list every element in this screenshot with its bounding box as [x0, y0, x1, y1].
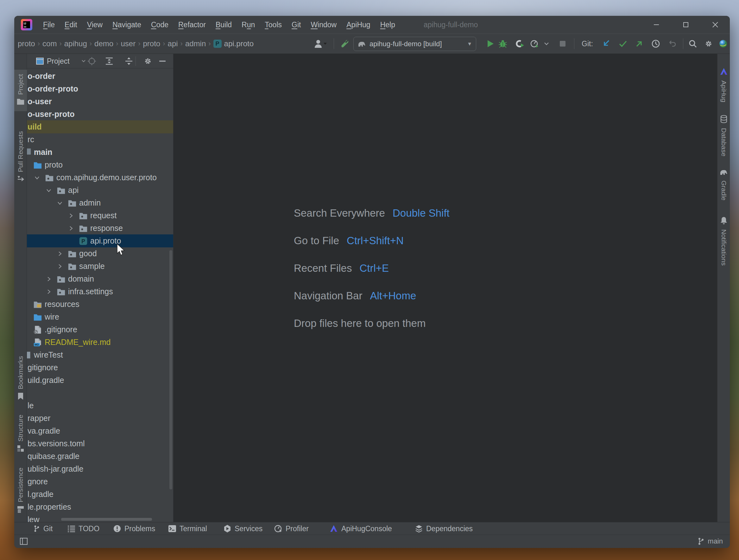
chevron-right-icon[interactable] — [57, 251, 63, 257]
tree-row[interactable]: api — [27, 184, 173, 197]
tool-window-button-apihugconsole[interactable]: ApiHugConsole — [329, 522, 392, 535]
tree-row[interactable]: rc — [27, 133, 173, 146]
expand-all-icon[interactable] — [105, 54, 114, 68]
profiler-dropdown[interactable] — [544, 34, 549, 53]
tree-row[interactable]: sample — [27, 260, 173, 273]
tree-row[interactable]: uild.gradle — [27, 374, 173, 387]
breadcrumb-item[interactable]: apihug — [62, 39, 89, 48]
build-project-button[interactable] — [339, 34, 349, 53]
tree-row[interactable]: request — [27, 209, 173, 222]
tree-row[interactable]: main — [27, 146, 173, 159]
tree-row[interactable]: bs.versions.toml — [27, 437, 173, 450]
tree-row[interactable]: response — [27, 222, 173, 235]
sidebar-tab-structure[interactable]: Structure — [14, 410, 27, 459]
tool-window-button-problems[interactable]: Problems — [113, 522, 155, 535]
chevron-down-icon[interactable] — [34, 175, 40, 180]
user-dropdown-button[interactable] — [313, 34, 327, 53]
git-update-button[interactable] — [602, 34, 611, 53]
run-button[interactable] — [485, 34, 495, 53]
menu-refactor[interactable]: Refactor — [178, 21, 206, 29]
git-history-button[interactable] — [651, 34, 660, 53]
run-with-coverage-button[interactable] — [514, 34, 525, 53]
tree-row[interactable]: domain — [27, 272, 173, 285]
tree-row[interactable]: o-order — [27, 70, 173, 83]
tree-row[interactable]: wireTest — [27, 348, 173, 362]
chevron-right-icon[interactable] — [68, 213, 74, 219]
plugin-sphere-button[interactable] — [718, 34, 728, 53]
profiler-button[interactable] — [530, 34, 539, 53]
sidebar-tab-persistence[interactable]: Persistence — [14, 463, 27, 520]
menu-apihug[interactable]: ApiHug — [346, 21, 370, 29]
search-everywhere-button[interactable] — [688, 34, 698, 53]
menu-view[interactable]: View — [87, 21, 103, 29]
vertical-scrollbar[interactable] — [169, 250, 172, 489]
breadcrumb-item[interactable]: demo — [93, 39, 115, 48]
tree-row[interactable]: resources — [27, 298, 173, 311]
sidebar-tab-project[interactable]: Project — [14, 70, 27, 111]
tree-row[interactable]: le.properties — [27, 501, 173, 514]
menu-git[interactable]: Git — [292, 21, 301, 29]
tree-row[interactable]: o-user-proto — [27, 108, 173, 121]
tree-row[interactable]: MDREADME_wire.md — [27, 336, 173, 349]
menu-build[interactable]: Build — [215, 21, 232, 29]
run-configuration-select[interactable]: apihug-full-demo [build] ▼ — [353, 37, 476, 51]
git-push-button[interactable] — [635, 34, 644, 53]
tree-row[interactable]: o-user — [27, 95, 173, 108]
horizontal-scrollbar[interactable] — [61, 518, 152, 521]
sidebar-tab-pull-requests[interactable]: Pull Requests — [14, 127, 27, 189]
settings-button[interactable] — [704, 34, 713, 53]
locate-icon[interactable] — [87, 54, 97, 68]
git-commit-button[interactable] — [618, 34, 627, 53]
collapse-all-icon[interactable] — [124, 54, 134, 68]
tool-window-button-git[interactable]: Git — [33, 522, 52, 535]
sidebar-tab-apihug[interactable]: ApiHug — [718, 63, 730, 106]
tree-row[interactable]: o-order-proto — [27, 82, 173, 95]
tree-row[interactable]: quibase.gradle — [27, 450, 173, 463]
tree-row[interactable]: uild — [27, 120, 173, 133]
tree-row[interactable]: proto — [27, 158, 173, 171]
tree-row[interactable]: gitignore — [27, 361, 173, 374]
breadcrumb-item[interactable]: proto — [16, 39, 37, 48]
menu-window[interactable]: Window — [311, 21, 336, 29]
tree-row[interactable]: le — [27, 399, 173, 412]
tree-row[interactable]: admin — [27, 196, 173, 209]
sidebar-tab-database[interactable]: Database — [718, 111, 730, 160]
tool-window-button-terminal[interactable]: Terminal — [168, 522, 207, 535]
breadcrumb-item[interactable]: com — [40, 39, 58, 48]
chevron-right-icon[interactable] — [57, 264, 63, 269]
chevron-right-icon[interactable] — [68, 226, 74, 231]
maximize-button[interactable] — [671, 16, 700, 33]
tree-row[interactable]: ublish-jar.gradle — [27, 462, 173, 475]
close-button[interactable] — [700, 16, 730, 33]
tree-row[interactable]: infra.settings — [27, 285, 173, 298]
tree-row[interactable]: wire — [27, 310, 173, 323]
tree-row[interactable]: gnore — [27, 475, 173, 488]
sidebar-tab-gradle[interactable]: Gradle — [718, 165, 730, 204]
tree-row[interactable]: Papi.proto — [27, 234, 173, 247]
tree-row[interactable]: .gitignore — [27, 323, 173, 336]
tool-window-button-profiler[interactable]: Profiler — [274, 522, 309, 535]
tree-row[interactable]: good — [27, 247, 173, 260]
breadcrumb-item[interactable]: api — [166, 39, 180, 48]
menu-code[interactable]: Code — [151, 21, 168, 29]
chevron-right-icon[interactable] — [46, 289, 51, 295]
breadcrumb-item[interactable]: user — [119, 39, 137, 48]
git-branch-widget[interactable]: main — [697, 535, 723, 548]
hide-panel-icon[interactable] — [158, 54, 167, 68]
menu-navigate[interactable]: Navigate — [112, 21, 141, 29]
minimize-button[interactable] — [641, 16, 671, 33]
sidebar-tab-notifications[interactable]: Notifications — [718, 212, 730, 269]
tree-row[interactable]: va.gradle — [27, 424, 173, 437]
project-panel-title[interactable]: Project — [47, 54, 70, 68]
menu-help[interactable]: Help — [380, 21, 395, 29]
editor-area[interactable]: Search EverywhereDouble ShiftGo to FileC… — [173, 54, 717, 522]
menu-run[interactable]: Run — [242, 21, 255, 29]
layout-widget-button[interactable] — [19, 535, 28, 548]
menu-file[interactable]: File — [43, 21, 55, 29]
chevron-right-icon[interactable] — [46, 276, 51, 282]
breadcrumb-file[interactable]: Papi.proto — [211, 39, 254, 48]
menu-edit[interactable]: Edit — [64, 21, 77, 29]
tree-row[interactable]: com.apihug.demo.user.proto — [27, 171, 173, 184]
chevron-down-icon[interactable] — [57, 200, 63, 206]
git-rollback-button[interactable] — [668, 34, 677, 53]
